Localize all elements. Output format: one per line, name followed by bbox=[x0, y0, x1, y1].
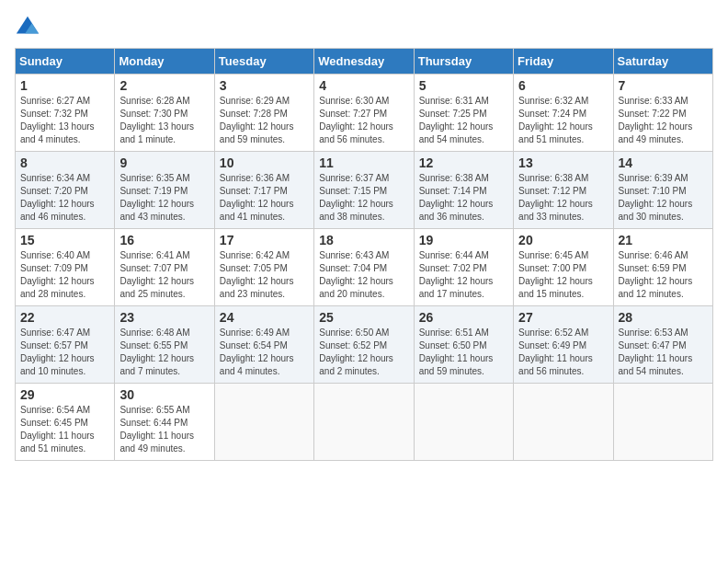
calendar-cell: 8Sunrise: 6:34 AMSunset: 7:20 PMDaylight… bbox=[16, 152, 115, 229]
calendar-cell: 9Sunrise: 6:35 AMSunset: 7:19 PMDaylight… bbox=[115, 152, 214, 229]
day-number: 19 bbox=[419, 233, 508, 247]
calendar-cell: 27Sunrise: 6:52 AMSunset: 6:49 PMDayligh… bbox=[514, 306, 613, 384]
calendar-cell: 23Sunrise: 6:48 AMSunset: 6:55 PMDayligh… bbox=[115, 306, 214, 384]
day-header-monday: Monday bbox=[115, 49, 214, 75]
day-number: 30 bbox=[119, 387, 209, 402]
calendar-cell: 7Sunrise: 6:33 AMSunset: 7:22 PMDaylight… bbox=[613, 75, 712, 152]
day-number: 7 bbox=[619, 78, 708, 93]
calendar-week-row: 8Sunrise: 6:34 AMSunset: 7:20 PMDaylight… bbox=[16, 152, 713, 229]
cell-info: Sunrise: 6:45 AMSunset: 7:00 PMDaylight:… bbox=[518, 249, 608, 301]
cell-info: Sunrise: 6:43 AMSunset: 7:04 PMDaylight:… bbox=[319, 249, 408, 301]
logo bbox=[15, 15, 42, 40]
day-number: 23 bbox=[119, 310, 209, 325]
calendar-week-row: 22Sunrise: 6:47 AMSunset: 6:57 PMDayligh… bbox=[16, 306, 713, 384]
cell-info: Sunrise: 6:30 AMSunset: 7:27 PMDaylight:… bbox=[319, 95, 408, 146]
calendar-cell: 28Sunrise: 6:53 AMSunset: 6:47 PMDayligh… bbox=[613, 306, 712, 384]
cell-info: Sunrise: 6:28 AMSunset: 7:30 PMDaylight:… bbox=[119, 95, 209, 146]
calendar-week-row: 1Sunrise: 6:27 AMSunset: 7:32 PMDaylight… bbox=[16, 75, 713, 152]
cell-info: Sunrise: 6:42 AMSunset: 7:05 PMDaylight:… bbox=[220, 249, 309, 301]
cell-info: Sunrise: 6:47 AMSunset: 6:57 PMDaylight:… bbox=[20, 327, 109, 378]
calendar-cell: 4Sunrise: 6:30 AMSunset: 7:27 PMDaylight… bbox=[314, 75, 414, 152]
day-header-wednesday: Wednesday bbox=[314, 49, 414, 75]
cell-info: Sunrise: 6:40 AMSunset: 7:09 PMDaylight:… bbox=[20, 249, 109, 301]
calendar-header-row: SundayMondayTuesdayWednesdayThursdayFrid… bbox=[16, 49, 713, 75]
calendar-cell: 29Sunrise: 6:54 AMSunset: 6:45 PMDayligh… bbox=[16, 384, 115, 461]
day-number: 24 bbox=[220, 310, 309, 325]
calendar-week-row: 29Sunrise: 6:54 AMSunset: 6:45 PMDayligh… bbox=[16, 384, 713, 461]
cell-info: Sunrise: 6:38 AMSunset: 7:14 PMDaylight:… bbox=[419, 172, 508, 224]
day-number: 28 bbox=[619, 310, 708, 325]
cell-info: Sunrise: 6:49 AMSunset: 6:54 PMDaylight:… bbox=[220, 327, 309, 378]
calendar-cell: 2Sunrise: 6:28 AMSunset: 7:30 PMDaylight… bbox=[115, 75, 214, 152]
cell-info: Sunrise: 6:54 AMSunset: 6:45 PMDaylight:… bbox=[20, 404, 109, 455]
day-number: 4 bbox=[319, 78, 408, 93]
calendar-cell: 11Sunrise: 6:37 AMSunset: 7:15 PMDayligh… bbox=[314, 152, 414, 229]
calendar-cell: 19Sunrise: 6:44 AMSunset: 7:02 PMDayligh… bbox=[414, 229, 513, 306]
day-number: 8 bbox=[20, 155, 109, 170]
calendar-cell bbox=[514, 384, 613, 461]
cell-info: Sunrise: 6:39 AMSunset: 7:10 PMDaylight:… bbox=[619, 172, 708, 224]
calendar-cell: 1Sunrise: 6:27 AMSunset: 7:32 PMDaylight… bbox=[16, 75, 115, 152]
calendar-cell: 5Sunrise: 6:31 AMSunset: 7:25 PMDaylight… bbox=[414, 75, 513, 152]
day-number: 21 bbox=[619, 233, 708, 247]
calendar-cell: 18Sunrise: 6:43 AMSunset: 7:04 PMDayligh… bbox=[314, 229, 414, 306]
calendar-table: SundayMondayTuesdayWednesdayThursdayFrid… bbox=[15, 48, 713, 461]
calendar-cell: 24Sunrise: 6:49 AMSunset: 6:54 PMDayligh… bbox=[214, 306, 313, 384]
day-number: 20 bbox=[518, 233, 608, 247]
cell-info: Sunrise: 6:48 AMSunset: 6:55 PMDaylight:… bbox=[119, 327, 209, 378]
day-header-tuesday: Tuesday bbox=[214, 49, 313, 75]
calendar-cell bbox=[414, 384, 513, 461]
calendar-cell: 14Sunrise: 6:39 AMSunset: 7:10 PMDayligh… bbox=[613, 152, 712, 229]
day-number: 10 bbox=[220, 155, 309, 170]
calendar-cell: 21Sunrise: 6:46 AMSunset: 6:59 PMDayligh… bbox=[613, 229, 712, 306]
day-header-sunday: Sunday bbox=[16, 49, 115, 75]
calendar-cell: 20Sunrise: 6:45 AMSunset: 7:00 PMDayligh… bbox=[514, 229, 613, 306]
calendar-cell: 26Sunrise: 6:51 AMSunset: 6:50 PMDayligh… bbox=[414, 306, 513, 384]
day-number: 29 bbox=[20, 387, 109, 402]
day-number: 12 bbox=[419, 155, 508, 170]
cell-info: Sunrise: 6:44 AMSunset: 7:02 PMDaylight:… bbox=[419, 249, 508, 301]
calendar-cell bbox=[613, 384, 712, 461]
cell-info: Sunrise: 6:37 AMSunset: 7:15 PMDaylight:… bbox=[319, 172, 408, 224]
day-header-thursday: Thursday bbox=[414, 49, 513, 75]
day-number: 1 bbox=[20, 78, 109, 93]
day-number: 26 bbox=[419, 310, 508, 325]
calendar-cell: 15Sunrise: 6:40 AMSunset: 7:09 PMDayligh… bbox=[16, 229, 115, 306]
day-number: 3 bbox=[220, 78, 309, 93]
calendar-cell: 13Sunrise: 6:38 AMSunset: 7:12 PMDayligh… bbox=[514, 152, 613, 229]
calendar-cell: 30Sunrise: 6:55 AMSunset: 6:44 PMDayligh… bbox=[115, 384, 214, 461]
cell-info: Sunrise: 6:51 AMSunset: 6:50 PMDaylight:… bbox=[419, 327, 508, 378]
day-number: 5 bbox=[419, 78, 508, 93]
calendar-cell bbox=[214, 384, 313, 461]
calendar-cell: 16Sunrise: 6:41 AMSunset: 7:07 PMDayligh… bbox=[115, 229, 214, 306]
cell-info: Sunrise: 6:33 AMSunset: 7:22 PMDaylight:… bbox=[619, 95, 708, 146]
day-number: 9 bbox=[119, 155, 209, 170]
cell-info: Sunrise: 6:32 AMSunset: 7:24 PMDaylight:… bbox=[518, 95, 608, 146]
day-number: 2 bbox=[119, 78, 209, 93]
cell-info: Sunrise: 6:41 AMSunset: 7:07 PMDaylight:… bbox=[119, 249, 209, 301]
day-number: 22 bbox=[20, 310, 109, 325]
calendar-cell: 17Sunrise: 6:42 AMSunset: 7:05 PMDayligh… bbox=[214, 229, 313, 306]
calendar-cell: 3Sunrise: 6:29 AMSunset: 7:28 PMDaylight… bbox=[214, 75, 313, 152]
cell-info: Sunrise: 6:38 AMSunset: 7:12 PMDaylight:… bbox=[518, 172, 608, 224]
day-header-saturday: Saturday bbox=[613, 49, 712, 75]
cell-info: Sunrise: 6:36 AMSunset: 7:17 PMDaylight:… bbox=[220, 172, 309, 224]
calendar-cell: 10Sunrise: 6:36 AMSunset: 7:17 PMDayligh… bbox=[214, 152, 313, 229]
calendar-cell: 25Sunrise: 6:50 AMSunset: 6:52 PMDayligh… bbox=[314, 306, 414, 384]
day-number: 17 bbox=[220, 233, 309, 247]
day-number: 13 bbox=[518, 155, 608, 170]
cell-info: Sunrise: 6:27 AMSunset: 7:32 PMDaylight:… bbox=[20, 95, 109, 146]
cell-info: Sunrise: 6:34 AMSunset: 7:20 PMDaylight:… bbox=[20, 172, 109, 224]
calendar-cell: 12Sunrise: 6:38 AMSunset: 7:14 PMDayligh… bbox=[414, 152, 513, 229]
day-number: 18 bbox=[319, 233, 408, 247]
calendar-cell bbox=[314, 384, 414, 461]
cell-info: Sunrise: 6:50 AMSunset: 6:52 PMDaylight:… bbox=[319, 327, 408, 378]
cell-info: Sunrise: 6:55 AMSunset: 6:44 PMDaylight:… bbox=[119, 404, 209, 455]
day-number: 16 bbox=[119, 233, 209, 247]
cell-info: Sunrise: 6:53 AMSunset: 6:47 PMDaylight:… bbox=[619, 327, 708, 378]
calendar-week-row: 15Sunrise: 6:40 AMSunset: 7:09 PMDayligh… bbox=[16, 229, 713, 306]
day-number: 11 bbox=[319, 155, 408, 170]
day-number: 27 bbox=[518, 310, 608, 325]
calendar-cell: 22Sunrise: 6:47 AMSunset: 6:57 PMDayligh… bbox=[16, 306, 115, 384]
logo-icon bbox=[15, 15, 40, 40]
